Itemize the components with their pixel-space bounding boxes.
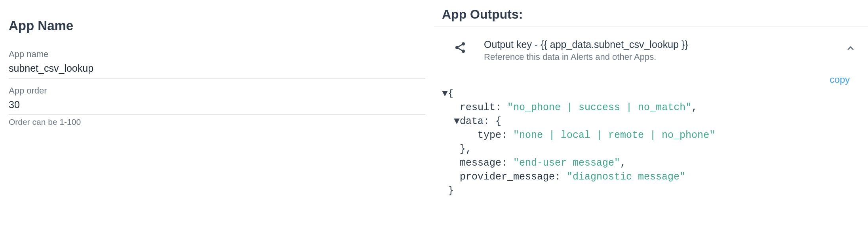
- hint-app-order: Order can be 1-100: [9, 117, 425, 127]
- output-header[interactable]: Output key - {{ app_data.subnet_csv_look…: [434, 27, 868, 62]
- json-val-provider: "diagnostic message": [567, 171, 685, 183]
- caret-down-icon[interactable]: ▼: [442, 87, 448, 101]
- chevron-up-icon: [845, 43, 856, 54]
- collapse-button[interactable]: [845, 43, 856, 55]
- json-val-type: "none | local | remote | no_phone": [513, 130, 715, 141]
- input-app-order[interactable]: [9, 98, 425, 115]
- caret-down-icon[interactable]: ▼: [454, 115, 460, 128]
- output-header-text: Output key - {{ app_data.subnet_csv_look…: [484, 39, 837, 62]
- json-key-result: result:: [460, 102, 501, 113]
- share-icon: [454, 41, 466, 55]
- copy-button[interactable]: copy: [830, 74, 850, 85]
- section-title-app-name: App Name: [9, 18, 425, 33]
- svg-point-2: [462, 50, 465, 53]
- svg-point-0: [462, 42, 465, 46]
- json-output: ▼{ result: "no_phone | success | no_matc…: [434, 87, 868, 198]
- section-title-app-outputs: App Outputs:: [434, 7, 868, 27]
- json-key-message: message:: [460, 157, 507, 169]
- field-app-order: App order Order can be 1-100: [9, 86, 425, 127]
- label-app-name: App name: [9, 49, 425, 59]
- label-app-order: App order: [9, 86, 425, 96]
- json-key-provider: provider_message:: [460, 171, 561, 183]
- left-panel: App Name App name App order Order can be…: [0, 0, 434, 252]
- json-val-result: "no_phone | success | no_match": [507, 102, 691, 113]
- output-key-title: Output key - {{ app_data.subnet_csv_look…: [484, 39, 837, 50]
- json-val-message: "end-user message": [513, 157, 620, 169]
- right-panel: App Outputs: Output key - {{ app_data.su…: [434, 0, 868, 252]
- input-app-name[interactable]: [9, 62, 425, 78]
- json-key-data: data:: [460, 116, 489, 127]
- field-app-name: App name: [9, 49, 425, 78]
- output-key-subtitle: Reference this data in Alerts and other …: [484, 52, 837, 62]
- svg-point-1: [455, 46, 459, 49]
- json-key-type: type:: [478, 130, 507, 141]
